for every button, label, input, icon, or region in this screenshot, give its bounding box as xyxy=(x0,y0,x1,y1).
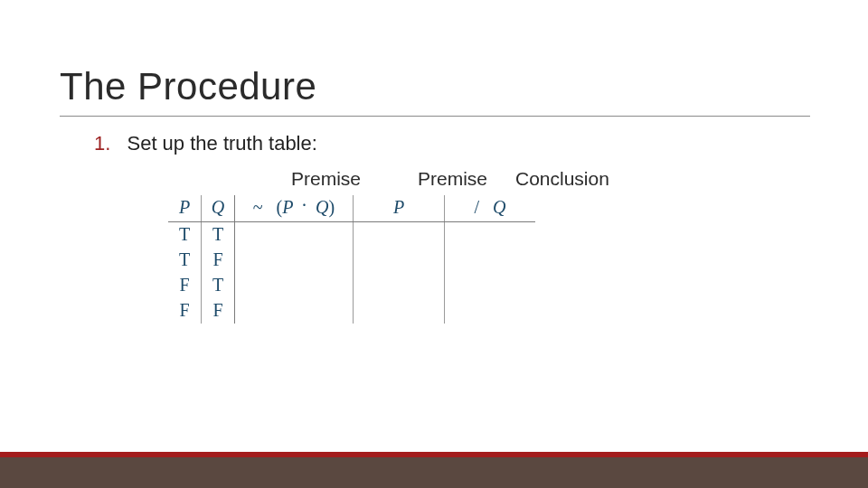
cell-q: F xyxy=(202,248,235,273)
cell-conclusion xyxy=(445,248,536,273)
cell-p: F xyxy=(168,273,202,298)
cell-premise1 xyxy=(235,222,354,249)
label-premise-1: Premise xyxy=(291,168,361,190)
cell-q: T xyxy=(202,273,235,298)
step-number: 1. xyxy=(94,132,110,155)
header-q: Q xyxy=(202,195,235,222)
cell-q: T xyxy=(202,222,235,249)
cell-premise1 xyxy=(235,248,354,273)
cell-p: T xyxy=(168,222,202,249)
table-row: T T xyxy=(168,222,535,249)
premise1-q: Q xyxy=(316,197,328,217)
page-title: The Procedure xyxy=(60,65,316,108)
cell-premise2 xyxy=(354,222,445,249)
cell-premise2 xyxy=(354,248,445,273)
title-underline xyxy=(60,116,810,117)
neg-symbol: ~ xyxy=(253,197,263,217)
cell-premise1 xyxy=(235,273,354,298)
cell-premise1 xyxy=(235,298,354,324)
cell-conclusion xyxy=(445,298,536,324)
label-conclusion: Conclusion xyxy=(515,168,609,190)
label-premise-2: Premise xyxy=(418,168,487,190)
dot-symbol: · xyxy=(302,195,307,215)
step-text: Set up the truth table: xyxy=(127,132,316,155)
header-premise1: ~ (P · Q) xyxy=(235,195,354,222)
table-header-row: P Q ~ (P · Q) P / Q xyxy=(168,195,535,222)
slash-symbol: / xyxy=(474,197,479,217)
table-row: F F xyxy=(168,298,535,324)
cell-q: F xyxy=(202,298,235,324)
header-p: P xyxy=(168,195,202,222)
cell-conclusion xyxy=(445,273,536,298)
header-premise2: P xyxy=(354,195,445,222)
conclusion-q: Q xyxy=(493,197,505,217)
cell-p: F xyxy=(168,298,202,324)
header-conclusion: / Q xyxy=(445,195,536,222)
cell-p: T xyxy=(168,248,202,273)
footer-bar xyxy=(0,457,868,488)
truth-table-grid: P Q ~ (P · Q) P / Q T T xyxy=(168,195,535,324)
cell-premise2 xyxy=(354,298,445,324)
truth-table: P Q ~ (P · Q) P / Q T T xyxy=(168,195,535,324)
premise1-p: P xyxy=(282,197,293,217)
cell-premise2 xyxy=(354,273,445,298)
table-row: T F xyxy=(168,248,535,273)
cell-conclusion xyxy=(445,222,536,249)
slide: The Procedure 1. Set up the truth table:… xyxy=(0,0,868,488)
table-row: F T xyxy=(168,273,535,298)
paren-close: ) xyxy=(329,197,335,217)
step-line: 1. Set up the truth table: xyxy=(94,132,317,155)
